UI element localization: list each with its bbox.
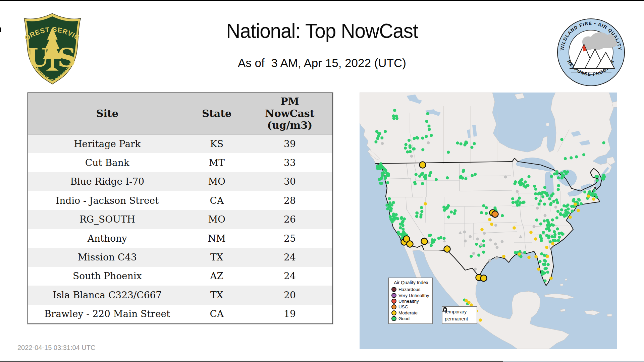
good-monitor-dot [540, 237, 543, 240]
table-row: Brawley - 220 Main StreetCA19 [28, 305, 333, 324]
moderate-monitor-dot [502, 255, 505, 258]
good-monitor-dot [421, 182, 424, 185]
good-monitor-dot [571, 209, 574, 213]
aqi-legend-title: Air Quality Index [391, 280, 431, 285]
good-monitor-dot [539, 222, 542, 225]
good-monitor-dot [426, 112, 429, 115]
good-monitor-dot [453, 212, 456, 215]
aqi-legend: Air Quality Index HazardousVery Unhealth… [388, 278, 433, 324]
hazardous-swatch-icon [391, 287, 396, 292]
state-cell: TX [186, 248, 247, 266]
good-monitor-dot [520, 182, 523, 185]
state-cell: CA [186, 191, 247, 210]
inactive-monitor-dot [483, 232, 486, 235]
generated-timestamp: 2022-04-15 03:31:04 UTC [17, 344, 95, 352]
good-monitor-dot [511, 197, 514, 200]
table-row: Indio - Jackson StreetCA28 [28, 191, 333, 210]
good-monitor-dot [560, 208, 563, 211]
permanent-label: permanent [445, 316, 468, 321]
good-monitor-dot [595, 175, 598, 178]
good-monitor-dot [480, 211, 483, 214]
good-monitor-dot [591, 192, 594, 195]
good-monitor-dot [543, 219, 546, 222]
good-monitor-dot [553, 235, 556, 238]
value-cell: 24 [247, 267, 333, 286]
top-nowcast-table: Site State PM NowCast (ug/m3) Heritage P… [28, 93, 333, 324]
inactive-monitor-dot [494, 224, 497, 227]
good-monitor-dot [421, 136, 424, 139]
good-monitor-dot [390, 219, 393, 222]
good-monitor-dot [392, 201, 395, 204]
good-monitor-dot [549, 240, 552, 243]
good-monitor-dot [518, 181, 521, 184]
moderate-monitor-dot [479, 318, 482, 322]
good-monitor-dot [379, 182, 382, 185]
good-monitor-dot [384, 169, 387, 172]
good-monitor-dot [409, 144, 412, 147]
good-monitor-dot [541, 273, 544, 276]
good-monitor-dot [557, 176, 560, 179]
column-header-state: State [186, 93, 247, 134]
good-monitor-dot [560, 138, 563, 141]
good-monitor-dot [562, 174, 565, 177]
good-monitor-dot [572, 198, 575, 201]
good-monitor-dot [522, 201, 525, 204]
inactive-monitor-dot [381, 142, 384, 145]
good-monitor-dot [401, 228, 405, 231]
page-subtitle: As of 3 AM, Apr 15, 2022 (UTC) [87, 56, 557, 70]
temporary-legend-row: temporary [445, 308, 477, 315]
top-site-marker-moderate [420, 162, 426, 168]
good-monitor-dot [583, 190, 586, 193]
good-monitor-dot [447, 204, 450, 207]
good-monitor-dot [470, 146, 473, 149]
good-monitor-dot [547, 235, 550, 238]
good-monitor-dot [552, 239, 555, 242]
good-monitor-dot [420, 173, 423, 176]
moderate-monitor-dot [488, 218, 491, 221]
good-monitor-dot [593, 189, 596, 192]
table-row: RG_SOUTHMO26 [28, 210, 333, 229]
moderate-monitor-dot [527, 256, 531, 259]
site-cell: RG_SOUTH [28, 210, 186, 229]
value-cell: 28 [247, 191, 333, 210]
good-monitor-dot [389, 209, 392, 213]
top-site-marker-moderate [407, 241, 413, 247]
good-monitor-dot [562, 204, 566, 207]
value-cell: 25 [247, 229, 333, 248]
moderate-monitor-dot [551, 242, 554, 245]
good-monitor-dot [464, 142, 467, 145]
good-monitor-dot [427, 124, 430, 127]
good-monitor-dot [404, 146, 407, 149]
site-cell: Anthony [28, 229, 186, 248]
good-monitor-dot [578, 198, 581, 201]
marker-type-legend: temporary permanent [442, 306, 477, 324]
table-row: AnthonyNM25 [28, 229, 333, 248]
table-header: Site State PM NowCast (ug/m3) [28, 93, 333, 134]
good-monitor-dot [442, 205, 445, 208]
good-monitor-dot [425, 120, 428, 123]
good-monitor-dot [413, 181, 416, 184]
good-monitor-dot [563, 170, 566, 173]
temporary-label: temporary [445, 309, 467, 314]
good-monitor-dot [527, 175, 530, 178]
good-monitor-dot [460, 142, 463, 145]
good-monitor-dot [548, 197, 551, 200]
good-monitor-dot [512, 201, 515, 204]
good-monitor-dot [563, 215, 566, 218]
site-cell: Indio - Jackson Street [28, 191, 186, 210]
good-monitor-dot [477, 254, 480, 257]
good-monitor-dot [413, 137, 416, 140]
top-site-marker-usg [492, 211, 498, 218]
good-monitor-dot [428, 128, 431, 131]
moderate-monitor-dot [545, 246, 548, 249]
aqi-legend-label: Moderate [398, 310, 418, 315]
good-monitor-dot [429, 234, 432, 237]
good-monitor-dot [551, 192, 554, 195]
table-row: South PhoenixAZ24 [28, 267, 333, 286]
good-monitor-dot [544, 260, 547, 263]
top-site-marker-moderate [421, 238, 428, 245]
table-row: Isla Blanca C323/C667TX20 [28, 286, 333, 304]
site-cell: Isla Blanca C323/C667 [28, 286, 186, 304]
good-monitor-dot [546, 194, 549, 197]
table-row: Cut BankMT33 [28, 153, 333, 172]
